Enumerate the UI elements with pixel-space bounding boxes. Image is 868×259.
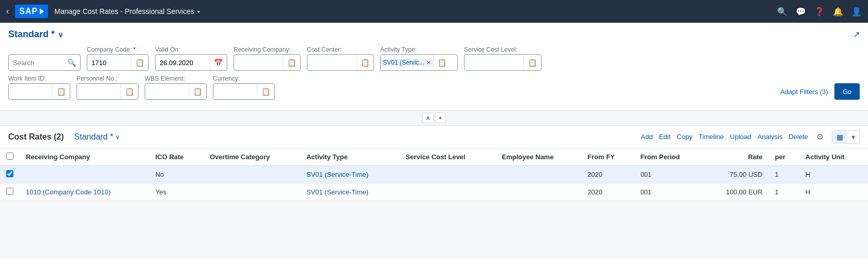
valid-on-input[interactable]	[156, 59, 209, 67]
currency-input[interactable]	[213, 88, 257, 96]
collapse-button[interactable]: ∧	[422, 113, 434, 123]
sap-logo-text: SAP	[19, 7, 38, 16]
th-checkbox	[0, 148, 20, 166]
search-field-wrapper: 🔍	[8, 54, 81, 71]
currency-input-wrapper: 📋	[213, 83, 275, 100]
personnel-picker-button[interactable]: 📋	[120, 84, 138, 99]
row-rate: 75,00 USD	[703, 166, 768, 184]
activity-type-tag-close[interactable]: ✕	[426, 59, 431, 66]
valid-on-calendar-button[interactable]: 📅	[209, 55, 227, 70]
activity-type-tag: SV01 (Servic... ✕	[381, 59, 433, 66]
row-receiving-company	[20, 166, 149, 184]
table-title: Cost Rates (2)	[8, 132, 64, 142]
sap-logo: SAP	[15, 5, 48, 18]
header-title: Manage Cost Rates - Professional Service…	[54, 7, 771, 16]
row-checkbox[interactable]	[6, 188, 13, 195]
collapse-bar: ∧ ⌖	[0, 110, 868, 125]
th-employee-name: Employee Name	[495, 148, 581, 166]
row-checkbox[interactable]	[6, 170, 13, 177]
analysis-button[interactable]: Analysis	[757, 133, 782, 141]
cost-center-picker-button[interactable]: 📋	[356, 55, 374, 70]
search-icon[interactable]: 🔍	[777, 7, 787, 17]
table-view-name[interactable]: Standard * ∨	[74, 132, 120, 142]
chat-icon[interactable]: 💬	[796, 7, 806, 17]
filter-row-right: Adapt Filters (3) Go	[780, 83, 860, 100]
receiving-company-label: Receiving Company:	[234, 46, 301, 53]
receiving-company-field-wrapper: Receiving Company: 📋	[234, 46, 301, 71]
personnel-input[interactable]	[77, 88, 120, 96]
company-code-label: Company Code: *	[87, 46, 149, 53]
personnel-label: Personnel No.:	[76, 75, 138, 82]
service-cost-level-picker-button[interactable]: 📋	[523, 55, 541, 70]
search-input[interactable]	[9, 59, 63, 67]
row-activity-unit: H	[799, 166, 868, 184]
delete-button[interactable]: Delete	[788, 133, 808, 141]
view-title-text: Standard *	[8, 29, 55, 40]
work-item-input-wrapper: 📋	[8, 83, 70, 100]
view-header: Standard * ∨ ↗︎	[0, 23, 868, 40]
export-icon[interactable]: ↗︎	[853, 29, 860, 39]
row-employee-name	[495, 184, 581, 201]
help-icon[interactable]: ❓	[814, 7, 825, 17]
table-view-toggle: ▦ ▾	[832, 130, 860, 144]
table-body: NoSV01 (Service-Time)202000175,00 USD1H1…	[0, 166, 868, 201]
settings-icon-button[interactable]: ⚙	[814, 130, 826, 144]
row-service-cost-level	[399, 166, 495, 184]
adapt-filters-button[interactable]: Adapt Filters (3)	[780, 88, 828, 96]
th-ico-rate: ICO Rate	[149, 148, 204, 166]
back-button[interactable]: ‹	[6, 7, 9, 16]
row-employee-name	[495, 166, 581, 184]
personnel-field-wrapper: Personnel No.: 📋	[76, 75, 138, 100]
service-cost-level-input[interactable]	[464, 59, 523, 67]
select-all-checkbox[interactable]	[6, 153, 13, 160]
row-activity-type[interactable]: SV01 (Service-Time)	[300, 166, 399, 184]
row-activity-type[interactable]: SV01 (Service-Time)	[300, 184, 399, 201]
filter-row-2: Work Item ID: 📋 Personnel No.: 📋 WBS Ele…	[8, 75, 860, 100]
view-title-chevron[interactable]: ∨	[58, 31, 63, 39]
row-rate: 100,00 EUR	[703, 184, 768, 201]
copy-button[interactable]: Copy	[677, 133, 692, 141]
add-button[interactable]: Add	[641, 133, 653, 141]
grid-view-button[interactable]: ▦	[832, 131, 847, 143]
work-item-input[interactable]	[9, 88, 52, 96]
go-button[interactable]: Go	[834, 83, 860, 100]
receiving-company-picker-button[interactable]: 📋	[283, 55, 300, 70]
wbs-input[interactable]	[145, 88, 189, 96]
th-rate: Rate	[703, 148, 768, 166]
timeline-button[interactable]: Timeline	[699, 133, 724, 141]
receiving-company-input[interactable]	[234, 59, 283, 67]
service-cost-level-label: Service Cost Level:	[464, 46, 541, 53]
header-icons: 🔍 💬 ❓ 🔔 👤	[777, 7, 862, 17]
wbs-picker-button[interactable]: 📋	[189, 84, 206, 99]
work-item-picker-button[interactable]: 📋	[52, 84, 70, 99]
cost-center-input[interactable]	[307, 59, 356, 67]
th-per: per	[769, 148, 799, 166]
valid-on-label: Valid On:	[155, 46, 227, 53]
search-icon-button[interactable]: 🔍	[63, 55, 80, 70]
work-item-field-wrapper: Work Item ID: 📋	[8, 75, 70, 100]
data-table: Receiving Company ICO Rate Overtime Cate…	[0, 148, 868, 201]
row-receiving-company[interactable]: 1010 (Company Code 1010)	[20, 184, 149, 201]
currency-picker-button[interactable]: 📋	[257, 84, 274, 99]
pin-button[interactable]: ⌖	[435, 113, 446, 123]
edit-button[interactable]: Edit	[659, 133, 670, 141]
th-activity-type: Activity Type	[300, 148, 399, 166]
wbs-input-wrapper: 📋	[145, 83, 207, 100]
company-code-input[interactable]	[87, 59, 131, 67]
wbs-field-wrapper: WBS Element: 📋	[145, 75, 207, 100]
upload-button[interactable]: Upload	[730, 133, 751, 141]
table-toolbar: Cost Rates (2) Standard * ∨ Add Edit Cop…	[0, 126, 868, 148]
bell-icon[interactable]: 🔔	[833, 7, 843, 17]
user-icon[interactable]: 👤	[851, 7, 862, 17]
header-dropdown-icon[interactable]: ▾	[197, 9, 200, 14]
activity-type-field-wrapper: Activity Type: SV01 (Servic... ✕ 📋	[380, 46, 458, 71]
toggle-view-button[interactable]: ▾	[847, 131, 859, 143]
personnel-input-wrapper: 📋	[76, 83, 138, 100]
th-from-fy: From FY	[581, 148, 634, 166]
company-code-picker-button[interactable]: 📋	[131, 55, 148, 70]
row-checkbox-cell	[0, 184, 20, 201]
activity-type-picker-button[interactable]: 📋	[433, 55, 451, 70]
row-activity-unit: H	[799, 184, 868, 201]
table-view-chevron: ∨	[115, 133, 120, 141]
filter-bar: 🔍 Company Code: * 📋 Valid On: 📅 Receiv	[0, 40, 868, 110]
